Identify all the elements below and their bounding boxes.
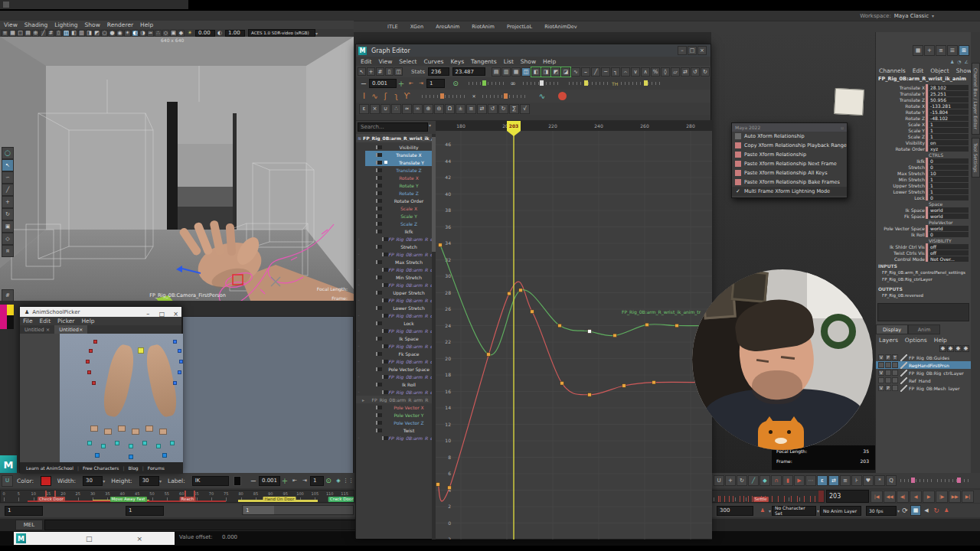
menu-view[interactable]: View	[379, 58, 393, 65]
channel-control-mode[interactable]: Control ModeNot Over...	[876, 256, 972, 262]
more-options-icon[interactable]: ⋯	[805, 475, 816, 486]
channel-translate-z[interactable]: Translate Z50.956	[876, 96, 972, 103]
curve-visibility-icon[interactable]	[376, 245, 382, 249]
layer-toggle-p[interactable]: P	[885, 354, 891, 360]
current-frame-field[interactable]: 203	[826, 490, 869, 503]
camera-attributes-icon[interactable]: ▦	[9, 30, 16, 37]
curve-visibility-icon[interactable]	[376, 145, 382, 149]
tumble-tool-icon[interactable]: ◯	[2, 147, 14, 159]
shelf-tab-itle[interactable]: ITLE	[387, 24, 398, 30]
channel-twist-ctrls-vis[interactable]: Twist Ctrls Visoff	[876, 249, 972, 256]
menu-file[interactable]: File	[23, 318, 33, 324]
next-key-icon[interactable]: ⇥	[300, 476, 309, 485]
footer-link[interactable]: Free Characters	[83, 465, 119, 471]
channel-value-field[interactable]: world	[929, 207, 969, 213]
flat-tangents-icon[interactable]: ─	[601, 67, 610, 77]
outliner-root-row[interactable]: ≋ FP_Rig_0B:arm_R_wrist_ik_a ▲	[356, 134, 436, 142]
menu-show[interactable]: Show	[85, 21, 100, 28]
channel-value-field[interactable]: 0	[929, 165, 969, 170]
context-menu-titlebar[interactable]: Maya 2022 ▫	[732, 123, 847, 132]
menu-item-auto-xform-relationship[interactable]: Auto Xform Relationship	[732, 132, 847, 141]
grease-pencil-icon[interactable]: ╱	[40, 30, 47, 37]
bookmark-play-icon[interactable]: ▶	[794, 475, 805, 486]
curve-visibility-icon[interactable]	[376, 260, 382, 264]
snap-magnet-icon[interactable]: U	[714, 475, 724, 486]
channel-value-field[interactable]: 1	[929, 128, 969, 133]
curve-visibility-icon[interactable]	[376, 222, 382, 226]
curve-visibility-icon[interactable]	[376, 291, 382, 295]
time-slider-right[interactable]: Settle	[710, 490, 825, 503]
footer-link[interactable]: Learn at AnimSchool	[26, 465, 74, 471]
channel-visibility[interactable]: Visibilityon	[876, 139, 972, 145]
channel-box-object-name[interactable]: FP_Rig_0B:arm_R_wrist_ik_anim	[878, 76, 970, 82]
channel-scale-z[interactable]: Scale Z1	[876, 133, 972, 139]
layer-row-reghandfirstprsn[interactable]: RegHandFirstPrsn	[876, 361, 972, 369]
layer-toggle-t[interactable]	[892, 370, 898, 376]
bookmark-set-icon[interactable]: ▮	[782, 475, 793, 486]
mute-channel-icon[interactable]: ×	[370, 104, 380, 114]
pan-zoom-2d-icon[interactable]: ⊕	[32, 30, 39, 37]
channel-lock[interactable]: Lock0	[876, 194, 972, 201]
close-window-icon[interactable]: ×	[172, 310, 180, 318]
channel-value-field[interactable]: off	[929, 250, 969, 256]
channel-upper-stretch[interactable]: Upper Stretch1	[876, 182, 972, 188]
layer-up-icon[interactable]: ◆	[939, 345, 946, 352]
show-grid-sidebar-icon[interactable]: ▦	[913, 45, 923, 56]
width-field[interactable]: 30	[83, 476, 103, 486]
minus-button[interactable]: −	[359, 79, 368, 88]
pick-menu-icon[interactable]: ≡	[2, 30, 8, 37]
tab-tool-settings[interactable]: Tool Settings	[972, 138, 980, 178]
channel-value-field[interactable]: -15.804	[929, 109, 969, 115]
channel-ik-roll[interactable]: Ik Roll0	[876, 231, 972, 237]
curve-visibility-icon[interactable]	[382, 390, 388, 394]
pre-infinity-cycle-icon[interactable]: ↺	[691, 67, 700, 77]
channel-row-rotate-z[interactable]: Rotate Z	[356, 189, 436, 197]
picker-key-blue[interactable]	[179, 360, 183, 364]
channel-scale-x[interactable]: Scale X1	[876, 121, 972, 127]
stats-frame-field[interactable]: 236	[428, 67, 449, 76]
pin-icon[interactable]: ♟	[950, 59, 954, 64]
menu-renderer[interactable]: Renderer	[107, 21, 133, 28]
close-window-icon[interactable]: ×	[697, 46, 707, 55]
picker-titlebar[interactable]: ♟ AnimSchoolPicker – □ ×	[20, 307, 181, 317]
picker-key-red[interactable]	[87, 370, 91, 374]
picker-key-teal[interactable]	[87, 441, 92, 445]
redo-view-icon[interactable]: ↻	[498, 104, 508, 114]
curve-visibility-icon[interactable]	[376, 168, 382, 172]
menu-sidebar-icon[interactable]: ☰	[947, 45, 958, 56]
channel-divider-visibility[interactable]: VISIBILITY	[876, 237, 972, 243]
channel-row-ikfk[interactable]: Ikfk	[356, 227, 436, 235]
lattice-deform-keys-tool-icon[interactable]: #	[376, 67, 384, 76]
channelbox-toggle-icon[interactable]: ⊞	[959, 45, 969, 56]
chevron-down-icon[interactable]: ▾	[103, 478, 105, 484]
curve-visibility-icon[interactable]	[382, 283, 388, 287]
buffer-curve-icon[interactable]: I	[359, 91, 369, 101]
layer-down-icon[interactable]: ◆	[947, 345, 954, 352]
step-field[interactable]: 0.001	[259, 476, 280, 486]
undo-view-icon[interactable]: ↺	[488, 104, 498, 114]
step-fwd-key-icon[interactable]: |▶	[936, 491, 948, 503]
menu-item-multi-frame-xform-lightning-mode[interactable]: ✓Multi Frame Xform Lightning Mode	[732, 187, 847, 196]
shaded-mode-icon[interactable]: ●	[109, 30, 116, 37]
minus-button[interactable]: −	[249, 476, 258, 485]
curve-visibility-icon[interactable]	[382, 375, 388, 379]
unmute-channel-icon[interactable]: ∪	[381, 104, 390, 114]
layer-row-ref-hand[interactable]: Ref_Hand	[876, 377, 972, 384]
channel-rotate-x[interactable]: Rotate X-133.281	[876, 103, 972, 109]
channel-value-field[interactable]: -48.102	[929, 116, 969, 121]
height-field[interactable]: 30	[139, 476, 159, 486]
lock-tangent-weights-icon[interactable]: ◊	[661, 67, 670, 77]
layer-new-empty-icon[interactable]: ◆	[955, 345, 962, 352]
menu-show[interactable]: Show	[521, 58, 536, 65]
curve-visibility-icon[interactable]	[376, 421, 382, 425]
picker-hand-thumb[interactable]	[118, 425, 126, 432]
channel-ikfk[interactable]: Ikfk0	[876, 158, 972, 164]
picker-canvas[interactable]	[60, 334, 183, 462]
prev-key-icon[interactable]: ⇤	[290, 476, 299, 485]
menu-item-paste-xform-relationship-bake-frames[interactable]: Paste Xform Relationship Bake Frames	[732, 178, 847, 187]
gamma-field[interactable]: 1.00	[225, 30, 245, 37]
play-forwards-icon[interactable]: ▶	[923, 491, 935, 503]
anim-start-field[interactable]: 1	[126, 506, 164, 516]
tab-display[interactable]: Display	[876, 324, 908, 334]
footer-link[interactable]: Forums	[148, 465, 165, 471]
